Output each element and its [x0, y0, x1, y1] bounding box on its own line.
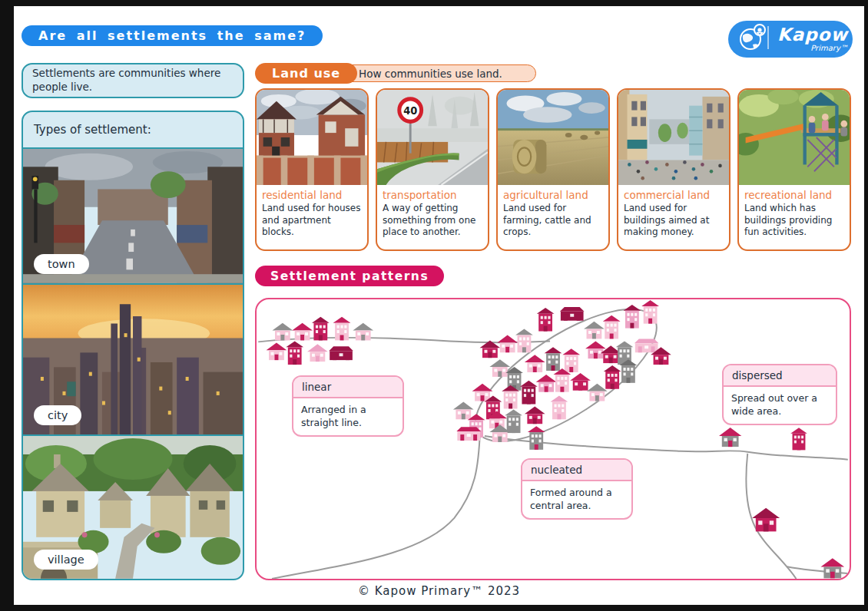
- card-agricultural-title: agricultural land: [503, 189, 603, 201]
- card-agricultural-desc: Land used for farming, cattle and crops.: [503, 203, 603, 239]
- map-house: [587, 384, 608, 401]
- copyright-text: © Kapow Primary™ 2023: [358, 584, 520, 598]
- pattern-dispersed-title: dispersed: [724, 365, 836, 387]
- kapow-logo: Kapow Primary™: [728, 21, 853, 58]
- card-agricultural: agricultural land Land used for farming,…: [496, 88, 610, 251]
- settlement-patterns-map: linear Arranged in a straight line. nucl…: [255, 298, 851, 580]
- map-illustration: [257, 299, 850, 579]
- settlement-patterns-heading: Settlement patterns: [270, 269, 429, 283]
- settlement-patterns-badge: Settlement patterns: [255, 266, 444, 286]
- settlement-types-heading: Types of settlement:: [23, 112, 243, 147]
- map-house: [456, 427, 481, 441]
- commercial-photo-illustration: [618, 90, 729, 185]
- map-house: [641, 300, 659, 324]
- map-house: [537, 308, 555, 332]
- land-use-badge: Land use: [255, 63, 357, 84]
- map-house: [603, 315, 621, 339]
- pattern-linear-title: linear: [293, 377, 403, 398]
- map-house: [453, 402, 474, 420]
- map-house: [307, 344, 328, 362]
- recreational-photo-illustration: [739, 90, 850, 185]
- globe-pin-icon: [736, 21, 771, 57]
- card-transportation: 40 transportation A way of getting somet…: [376, 88, 489, 251]
- pattern-dispersed-desc: Spread out over a wide area.: [724, 387, 836, 424]
- intro-text: Settlements are communities where people…: [32, 67, 234, 94]
- card-commercial: commercial land Land used for buildings …: [617, 88, 731, 251]
- town-photo: town: [23, 147, 243, 283]
- map-house: [353, 323, 373, 341]
- map-house: [525, 406, 545, 424]
- agricultural-photo: [498, 90, 608, 185]
- logo-brand: Kapow: [777, 26, 848, 44]
- card-recreational-desc: Land which has buildings providing fun a…: [744, 203, 844, 239]
- map-house: [329, 346, 353, 360]
- map-house: [292, 323, 313, 341]
- pattern-card-linear: linear Arranged in a straight line.: [292, 375, 404, 437]
- map-house: [551, 396, 568, 420]
- pattern-linear-desc: Arranged in a straight line.: [293, 398, 403, 435]
- residential-photo-illustration: [257, 90, 367, 185]
- recreational-photo: [739, 90, 850, 185]
- map-house: [560, 307, 585, 321]
- copyright-footer: © Kapow Primary™ 2023: [14, 584, 864, 598]
- map-house: [312, 317, 330, 341]
- map-house: [536, 375, 557, 392]
- pattern-nucleated-title: nucleated: [522, 460, 631, 481]
- settlement-types-box: Types of settlement:: [22, 111, 244, 580]
- pattern-card-dispersed: dispersed Spread out over a wide area.: [722, 364, 837, 425]
- village-photo: village: [23, 434, 243, 579]
- land-use-cards: residential land Land used for houses an…: [255, 88, 851, 251]
- land-use-heading: Land use: [272, 66, 340, 81]
- city-label: city: [34, 405, 81, 425]
- map-house: [333, 317, 351, 341]
- land-use-header: How communities use land. Land use: [255, 63, 547, 84]
- map-house: [790, 428, 807, 450]
- map-house: [585, 341, 606, 358]
- pattern-card-nucleated: nucleated Formed around a central area.: [521, 458, 633, 520]
- card-residential-title: residential land: [262, 189, 362, 201]
- page-title: Are all settlements the same?: [22, 25, 323, 46]
- residential-photo: [257, 90, 367, 185]
- map-house: [752, 508, 780, 532]
- card-residential: residential land Land used for houses an…: [255, 88, 369, 251]
- map-house: [545, 347, 562, 371]
- town-label: town: [34, 254, 89, 274]
- map-house: [719, 428, 741, 447]
- map-house: [562, 348, 580, 372]
- map-house: [623, 305, 641, 329]
- city-photo: city: [23, 283, 243, 435]
- card-transportation-title: transportation: [383, 189, 482, 201]
- map-house: [489, 359, 510, 377]
- card-commercial-title: commercial land: [624, 189, 724, 201]
- pattern-nucleated-desc: Formed around a central area.: [522, 481, 631, 518]
- map-house: [584, 322, 605, 339]
- map-house: [505, 409, 522, 433]
- map-house: [820, 558, 844, 578]
- intro-box: Settlements are communities where people…: [22, 63, 244, 98]
- map-road: [272, 430, 480, 579]
- map-house: [570, 373, 591, 391]
- map-house: [497, 335, 518, 352]
- map-house: [528, 426, 545, 450]
- land-use-subtitle: How communities use land.: [359, 68, 502, 80]
- map-house: [267, 342, 287, 360]
- card-recreational-title: recreational land: [744, 189, 844, 201]
- logo-sub: Primary™: [777, 45, 848, 52]
- logo-wordmark: Kapow Primary™: [777, 26, 848, 52]
- map-house: [286, 341, 303, 365]
- map-house: [634, 339, 659, 352]
- map-house: [525, 355, 545, 372]
- page-title-text: Are all settlements the same?: [38, 28, 306, 43]
- map-house: [520, 381, 538, 405]
- speed-sign-text: 40: [403, 105, 417, 117]
- card-residential-desc: Land used for houses and apartment block…: [262, 203, 362, 239]
- transportation-photo-illustration: 40: [377, 90, 488, 185]
- map-house: [273, 323, 293, 341]
- village-label: village: [34, 550, 98, 570]
- worksheet-page: Are all settlements the same? Kapow Prim…: [14, 6, 864, 605]
- card-recreational: recreational land Land which has buildin…: [737, 88, 851, 251]
- card-transportation-desc: A way of getting something from one plac…: [383, 203, 482, 239]
- map-house: [515, 329, 533, 353]
- map-house: [604, 365, 621, 389]
- transportation-photo: 40: [377, 90, 488, 185]
